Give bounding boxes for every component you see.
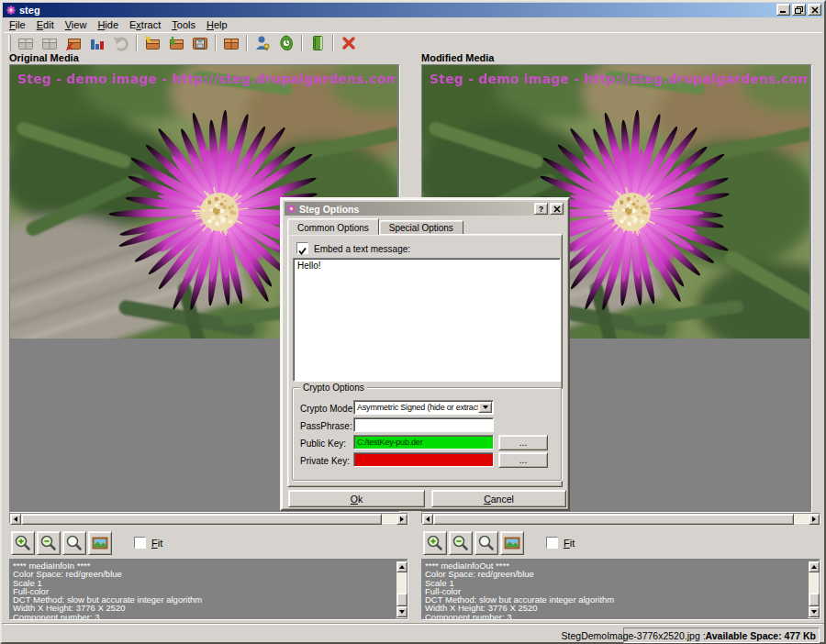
statusbar: StegDemoImage-3776x2520.jpg : Available … (4, 624, 822, 644)
status-available-space: StegDemoImage-3776x2520.jpg : Available … (623, 627, 820, 643)
zoom-out-button[interactable] (37, 531, 61, 555)
combo-dropdown-button[interactable] (478, 402, 492, 413)
scroll-down-button[interactable] (396, 606, 407, 617)
toolbar-open-media-disabled-button[interactable] (14, 33, 38, 53)
toolbar-separator (332, 35, 334, 51)
original-hscrollbar[interactable] (9, 513, 408, 524)
right-arrow-icon (812, 516, 816, 522)
up-arrow-icon (399, 565, 405, 569)
toolbar-grip[interactable] (8, 35, 11, 51)
scroll-up-button[interactable] (396, 561, 407, 572)
toolbar (4, 32, 822, 53)
toolbar-close-media-button[interactable] (61, 33, 85, 53)
gray-box-icon (40, 34, 59, 52)
public-key-input[interactable]: C:/testKey-pub.der (353, 435, 494, 450)
crypto-mode-label: Crypto Mode: (300, 404, 355, 414)
box-red-arrow-icon (64, 34, 83, 52)
scroll-left-button[interactable] (422, 514, 433, 525)
crypto-mode-combobox[interactable]: Asymmetric Signed (hide or extract) (353, 400, 494, 415)
media-info-vscrollbar[interactable] (808, 561, 819, 618)
toolbar-exit-button[interactable] (337, 33, 361, 53)
private-key-browse-button[interactable]: ... (498, 452, 548, 468)
image-icon (91, 534, 109, 552)
scroll-thumb[interactable] (809, 593, 820, 606)
scroll-right-button[interactable] (809, 514, 820, 525)
dialog-help-button[interactable]: ? (534, 203, 548, 215)
down-arrow-icon (399, 610, 405, 614)
scroll-down-button[interactable] (809, 606, 820, 617)
embed-message-checkbox[interactable] (296, 242, 308, 254)
scroll-thumb[interactable] (396, 593, 407, 606)
public-key-browse-button[interactable]: ... (498, 435, 548, 450)
zoom-in-button[interactable] (423, 531, 447, 555)
cancel-button[interactable]: Cancel (431, 490, 566, 507)
media-info-out-panel: **** mediaInfoOut **** Color Space: red/… (421, 559, 820, 620)
fit-checkbox[interactable] (546, 537, 558, 549)
fit-checkbox[interactable] (134, 537, 146, 549)
menu-tools[interactable]: Tools (166, 18, 201, 31)
dialog-close-button[interactable] (550, 203, 564, 215)
media-info-vscrollbar[interactable] (396, 561, 407, 618)
zoom-in-button[interactable] (11, 531, 35, 555)
zoom-original-button[interactable] (62, 531, 86, 555)
passphrase-label: PassPhrase: (300, 421, 352, 431)
toolbar-history-button[interactable] (274, 33, 298, 53)
private-key-input[interactable] (353, 452, 494, 467)
dialog-titlebar[interactable]: Steg Options ? (285, 202, 565, 216)
toolbar-save-media-button[interactable] (188, 33, 212, 53)
view-image-button[interactable] (88, 531, 112, 555)
scroll-thumb[interactable] (433, 514, 794, 525)
tab-common-options[interactable]: Common Options (287, 218, 379, 235)
scroll-thumb[interactable] (21, 514, 382, 525)
modified-media-label: Modified Media (421, 52, 494, 63)
menu-view[interactable]: View (60, 18, 93, 31)
toolbar-extract-media-button[interactable] (164, 33, 188, 53)
box-floppy-icon (191, 34, 209, 52)
modified-zoom-controls: Fit (423, 530, 575, 555)
tab-special-options[interactable]: Special Options (379, 220, 463, 235)
right-arrow-icon (400, 516, 404, 522)
menu-file[interactable]: File (4, 18, 31, 31)
toolbar-media-box-button[interactable] (219, 33, 243, 53)
original-media-label: Original Media (9, 52, 79, 63)
toolbar-documentation-button[interactable] (306, 33, 329, 53)
toolbar-undo-disabled-button[interactable] (109, 33, 133, 53)
scroll-right-button[interactable] (396, 514, 407, 525)
zoom-out-button[interactable] (449, 531, 473, 555)
modified-hscrollbar[interactable] (421, 513, 820, 524)
restore-icon (795, 6, 803, 14)
close-icon (553, 205, 561, 213)
gray-box-icon (17, 34, 35, 52)
toolbar-analyse-button[interactable] (85, 33, 109, 53)
crypto-mode-value: Asymmetric Signed (hide or extract) (357, 403, 482, 412)
restore-button[interactable] (792, 4, 806, 16)
media-info-out-text: **** mediaInfoOut **** Color Space: red/… (425, 561, 805, 621)
dialog-tabs: Common Options Special Options (287, 218, 463, 235)
menu-edit[interactable]: Edit (31, 18, 60, 31)
titlebar[interactable]: steg (3, 3, 823, 17)
fit-label: Fit (564, 538, 575, 549)
menu-extract[interactable]: Extract (124, 18, 166, 31)
view-image-button[interactable] (500, 531, 524, 555)
toolbar-open-media-button[interactable] (140, 33, 164, 53)
toolbar-import-media-disabled-button[interactable] (38, 33, 61, 53)
zoom-in-icon (14, 534, 32, 552)
passphrase-input[interactable] (353, 417, 494, 432)
zoom-original-button[interactable] (474, 531, 498, 555)
minimize-button[interactable] (776, 4, 790, 16)
user-key-icon (253, 34, 272, 52)
message-textarea[interactable]: Hello! (293, 258, 561, 382)
minimize-icon (780, 6, 787, 13)
menu-hide[interactable]: Hide (92, 18, 124, 31)
ok-button[interactable]: Ok (288, 490, 425, 507)
watermark-text: Steg - demo image - http://steg.drupalga… (17, 72, 396, 86)
menu-help[interactable]: Help (201, 18, 233, 31)
scroll-up-button[interactable] (809, 561, 820, 572)
scroll-left-button[interactable] (10, 514, 21, 525)
dialog-flower-icon (286, 204, 296, 214)
close-button[interactable] (808, 4, 821, 16)
status-available-label: Available Space: 477 Kb (706, 630, 816, 641)
menubar: File Edit View Hide Extract Tools Help (4, 18, 822, 31)
status-filename: StegDemoImage-3776x2520.jpg : (562, 630, 706, 641)
toolbar-keys-button[interactable] (251, 33, 274, 53)
